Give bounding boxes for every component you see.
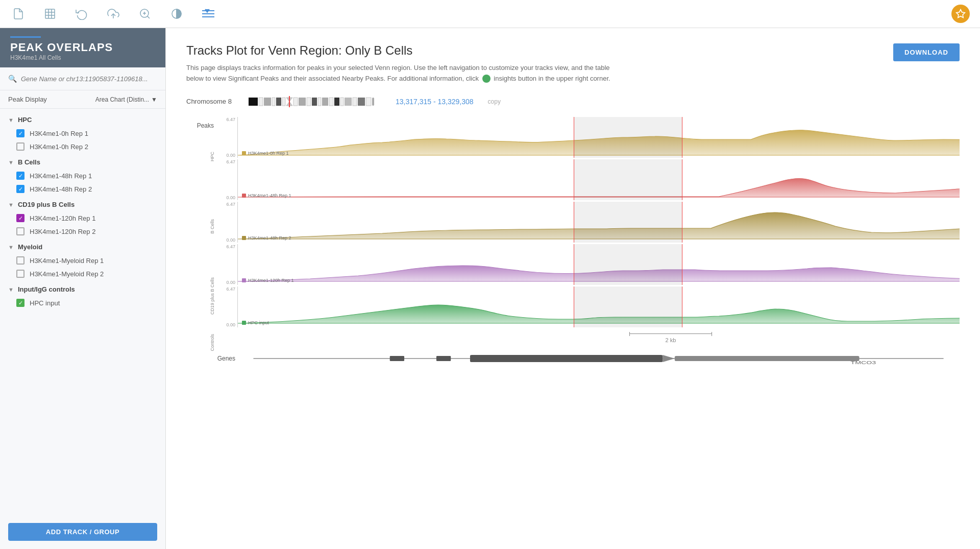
download-button[interactable]: DOWNLOAD bbox=[893, 43, 960, 61]
track-chart-bcells-rep2[interactable]: H3K4me1-48h Rep 2 bbox=[237, 202, 960, 243]
y-axis-bcells-rep1: 6.47 0.00 bbox=[217, 159, 237, 200]
peak-display-value: Area Chart (Distin... bbox=[95, 96, 149, 103]
document-icon[interactable] bbox=[10, 6, 27, 22]
track-checkbox-hpc-rep1[interactable]: ✓ bbox=[16, 129, 24, 137]
track-item: ✓ H3K4me1-48h Rep 1 bbox=[0, 169, 165, 182]
table-icon[interactable] bbox=[42, 6, 58, 22]
sidebar-header: PEAK OVERLAPS H3K4me1 All Cells bbox=[0, 28, 165, 67]
svg-rect-32 bbox=[358, 98, 365, 106]
copy-button[interactable]: copy bbox=[488, 98, 501, 105]
svg-rect-25 bbox=[318, 98, 321, 106]
content-area: Tracks Plot for Venn Region: Only B Cell… bbox=[166, 28, 980, 549]
y-min: 0.00 bbox=[226, 153, 235, 158]
sidebar-group-bcells[interactable]: ▼ B Cells bbox=[0, 155, 165, 169]
track-legend-bcells1: H3K4me1-48h Rep 1 bbox=[242, 193, 291, 198]
svg-rect-31 bbox=[353, 98, 357, 106]
track-label-hpc-rep1: H3K4me1-0h Rep 1 bbox=[30, 130, 88, 137]
sidebar-subtitle: H3K4me1 All Cells bbox=[10, 54, 155, 61]
legend-label: H3K4me1-0h Rep 1 bbox=[248, 151, 289, 156]
track-chart-bcells-rep1[interactable]: H3K4me1-48h Rep 1 bbox=[237, 159, 960, 200]
peak-highlight bbox=[574, 287, 682, 327]
peak-display-label: Peak Display bbox=[8, 96, 47, 103]
sidebar-group-controls[interactable]: ▼ Input/IgG controls bbox=[0, 282, 165, 296]
track-item: H3K4me1-Myeloid Rep 1 bbox=[0, 254, 165, 267]
track-chart-cd19-rep1[interactable]: H3K4me1-120h Rep 1 bbox=[237, 244, 960, 285]
contrast-icon[interactable] bbox=[168, 6, 185, 22]
svg-rect-15 bbox=[249, 98, 258, 106]
add-track-button[interactable]: ADD TRACK / GROUP bbox=[8, 523, 157, 541]
chevron-icon: ▼ bbox=[8, 202, 14, 208]
track-label-hpc-input: HPC input bbox=[30, 299, 60, 307]
svg-rect-39 bbox=[470, 355, 663, 362]
track-checkbox-cd19-rep2[interactable] bbox=[16, 227, 24, 235]
peak-display-dropdown[interactable]: Area Chart (Distin... ▼ bbox=[95, 96, 157, 103]
y-min: 0.00 bbox=[226, 195, 235, 200]
track-checkbox-bcells-rep2[interactable]: ✓ bbox=[16, 185, 24, 193]
y-axis-hpc-rep1: 6.47 0.00 bbox=[217, 117, 237, 158]
track-item: H3K4me1-Myeloid Rep 2 bbox=[0, 267, 165, 280]
sidebar-accent bbox=[10, 36, 41, 38]
tracks-icon[interactable] bbox=[200, 6, 216, 22]
track-checkbox-hpc-rep2[interactable] bbox=[16, 142, 24, 151]
chromosome-row: Chromosome 8 bbox=[186, 97, 960, 107]
chromosome-label: Chromosome 8 bbox=[186, 98, 237, 105]
svg-rect-28 bbox=[334, 98, 339, 106]
svg-rect-26 bbox=[322, 98, 328, 106]
track-label-myeloid-rep1: H3K4me1-Myeloid Rep 1 bbox=[30, 257, 104, 265]
track-label-bcells-rep2: H3K4me1-48h Rep 2 bbox=[30, 185, 92, 193]
y-min: 0.00 bbox=[226, 280, 235, 285]
svg-rect-22 bbox=[299, 98, 306, 106]
peak-highlight bbox=[574, 159, 682, 200]
upload-icon[interactable] bbox=[105, 6, 121, 22]
left-labels: Peaks HPC B Cells CD19 plus B Cells Cont… bbox=[186, 117, 217, 366]
legend-label: H3K4me1-120h Rep 1 bbox=[248, 278, 294, 283]
svg-rect-20 bbox=[282, 98, 285, 106]
track-label-myeloid-rep2: H3K4me1-Myeloid Rep 2 bbox=[30, 270, 104, 278]
track-checkbox-bcells-rep1[interactable]: ✓ bbox=[16, 172, 24, 180]
scale-bar: 2 kb bbox=[629, 332, 712, 343]
track-row-hpc-rep1: 6.47 0.00 bbox=[217, 117, 960, 158]
track-checkbox-cd19-rep1[interactable]: ✓ bbox=[16, 214, 24, 222]
peak-highlight bbox=[574, 202, 682, 243]
page-description: This page displays tracks information fo… bbox=[186, 63, 625, 84]
chevron-icon: ▼ bbox=[8, 117, 14, 123]
track-checkbox-hpc-input[interactable]: ✓ bbox=[16, 299, 24, 307]
peak-line-left bbox=[574, 202, 575, 243]
track-row-hpc-input: 6.47 0.00 bbox=[217, 287, 960, 327]
group-name-myeloid: Myeloid bbox=[18, 243, 42, 251]
track-checkbox-myeloid-rep2[interactable] bbox=[16, 270, 24, 278]
y-max: 6.47 bbox=[226, 287, 235, 292]
legend-dot bbox=[242, 236, 246, 240]
sidebar-group-cd19[interactable]: ▼ CD19 plus B Cells bbox=[0, 198, 165, 211]
chevron-icon: ▼ bbox=[8, 287, 14, 293]
peak-line-right bbox=[682, 117, 683, 158]
genes-track: TMCO3 bbox=[237, 351, 960, 366]
track-row-cd19-rep1: 6.47 0.00 bbox=[217, 244, 960, 285]
y-max: 6.47 bbox=[226, 159, 235, 164]
track-item: H3K4me1-0h Rep 2 bbox=[0, 140, 165, 153]
group-label-bcells: B Cells bbox=[210, 219, 215, 234]
legend-label: H3K4me1-48h Rep 1 bbox=[248, 193, 291, 198]
track-legend-hpc-input: HPC input bbox=[242, 320, 269, 325]
track-chart-hpc-input[interactable]: HPC input bbox=[237, 287, 960, 327]
charts-column: 6.47 0.00 bbox=[217, 117, 960, 366]
undo-icon[interactable] bbox=[74, 6, 90, 22]
zoom-icon[interactable] bbox=[137, 6, 153, 22]
peak-highlight bbox=[574, 117, 682, 158]
page-desc-text2: insights button in the upper right corne… bbox=[494, 75, 610, 82]
svg-rect-34 bbox=[372, 98, 374, 106]
track-item: ✓ H3K4me1-48h Rep 2 bbox=[0, 182, 165, 196]
track-item: ✓ H3K4me1-120h Rep 1 bbox=[0, 211, 165, 225]
track-chart-hpc-rep1[interactable]: H3K4me1-0h Rep 1 bbox=[237, 117, 960, 158]
track-legend-cd19: H3K4me1-120h Rep 1 bbox=[242, 278, 294, 283]
app-menu-icon[interactable] bbox=[951, 5, 970, 23]
track-checkbox-myeloid-rep1[interactable] bbox=[16, 256, 24, 265]
svg-rect-17 bbox=[264, 98, 271, 106]
svg-rect-16 bbox=[259, 98, 263, 106]
y-min: 0.00 bbox=[226, 322, 235, 327]
y-max: 6.47 bbox=[226, 244, 235, 249]
track-row-bcells-rep2: 6.47 0.00 bbox=[217, 202, 960, 243]
search-input[interactable] bbox=[21, 75, 157, 83]
sidebar-group-hpc[interactable]: ▼ HPC bbox=[0, 113, 165, 127]
sidebar-group-myeloid[interactable]: ▼ Myeloid bbox=[0, 240, 165, 254]
